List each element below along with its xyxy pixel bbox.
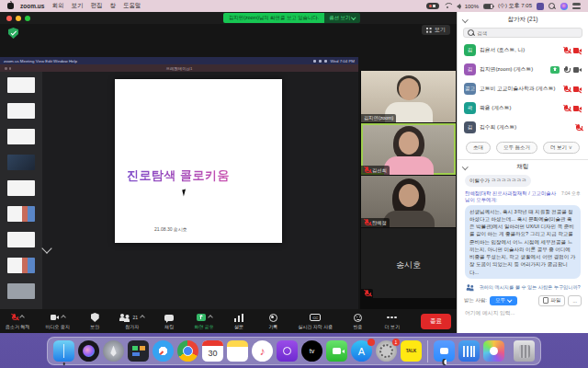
notification-badge (368, 339, 375, 346)
photos-dock-icon[interactable] (483, 340, 504, 362)
toolbar-label: 기록 (268, 324, 277, 329)
menubar-menu-0[interactable]: 회의 (51, 2, 63, 8)
menubar-menu-3[interactable]: 창 (109, 2, 116, 8)
trash-dock-icon[interactable] (514, 340, 535, 362)
chevron-up-icon[interactable] (61, 315, 66, 320)
toolbar-chat-button[interactable]: 채팅 (160, 313, 178, 329)
notes-dock-icon[interactable] (227, 340, 248, 362)
chevron-up-icon[interactable] (140, 315, 145, 320)
participants-search-input[interactable] (477, 30, 578, 36)
participants-header: 참가자 (21) (458, 12, 588, 27)
toolbar-shield-button[interactable]: 보안 (85, 313, 104, 329)
participants-count: 21 (132, 315, 138, 320)
settings-dock-icon[interactable]: 1 (376, 340, 397, 362)
window-traffic-lights[interactable] (6, 16, 30, 21)
toolbar-more-button[interactable]: 더 보기 (383, 313, 401, 329)
participants-action-1[interactable]: 모두 음소거 (496, 142, 537, 154)
zoom-dock-icon[interactable] (434, 340, 455, 362)
video-tile-송시호[interactable]: 송시호 (361, 228, 456, 298)
toolbar-mic-off-button[interactable]: 음소거 해제 (6, 313, 29, 329)
notification-badge: 1 (392, 339, 400, 346)
slide-thumbnail-8[interactable] (7, 258, 35, 273)
spotlight-search-icon[interactable] (548, 3, 556, 10)
toolbar-record-button[interactable]: 기록 (264, 313, 282, 329)
chat-message-time: 7:04 오후 (561, 190, 581, 197)
toolbar-icon-row (51, 313, 65, 322)
apple-menu-icon[interactable] (7, 3, 14, 9)
chrome-dock-icon[interactable] (177, 340, 198, 362)
control-center-icon[interactable] (572, 3, 581, 9)
slide-thumbnail-9[interactable] (7, 283, 35, 299)
toolbar-polls-button[interactable]: 설문 (230, 313, 248, 329)
stop-share-pill-icon[interactable] (426, 3, 439, 9)
participants-action-2[interactable]: 더 보기 ∨ (543, 142, 580, 154)
participant-row[interactable]: 곽곽용 (게스트) (458, 98, 588, 118)
menubar-menu-2[interactable]: 편집 (90, 2, 102, 8)
slide-thumbnail-2[interactable] (7, 103, 35, 119)
slide-thumbnail-6[interactable] (7, 206, 35, 222)
chat-icon (164, 315, 174, 321)
calendar-dock-icon[interactable]: 30 (202, 340, 223, 362)
slide-thumbnail-1[interactable] (7, 77, 35, 93)
slide-thumbnail-5[interactable] (7, 180, 35, 196)
toolbar-reactions-button[interactable]: 반응 (348, 313, 367, 329)
siri-dock-icon[interactable] (78, 340, 99, 362)
macos-menubar: zoom.us 회의보기편집창도움말 100% (수) 오후 7:05 (0, 0, 588, 12)
menubar-clock[interactable]: (수) 오후 7:05 (498, 2, 532, 10)
participant-row[interactable]: 김김수희 (게스트) (458, 118, 588, 137)
participant-row[interactable]: 공고고트비 고교미술사학과 (게스트) (458, 79, 588, 98)
menubar-menu-4[interactable]: 도움말 (123, 2, 141, 8)
toolbar-share-screen-button[interactable]: 화면 공유 (194, 313, 213, 329)
view-layout-button[interactable]: 보기 (422, 25, 450, 35)
video-tile-김지연(zoom)[interactable]: 김지연(zoom) (361, 71, 456, 122)
music-dock-icon[interactable]: ♪ (252, 340, 273, 362)
chevron-up-icon[interactable] (208, 315, 213, 320)
participant-row[interactable]: 김김윤서 (호스트, 나) (458, 40, 588, 60)
chevron-up-icon[interactable] (19, 315, 25, 320)
view-options-button[interactable]: 옵션 보기 (324, 13, 360, 23)
siri-icon[interactable] (560, 3, 568, 10)
mission-control-dock-icon[interactable] (128, 340, 149, 362)
recipient-dropdown[interactable]: 모두 (490, 296, 517, 305)
menubar-menu-1[interactable]: 보기 (71, 2, 83, 8)
toolbar-label: 음소거 해제 (6, 324, 29, 329)
toolbar-video-button[interactable]: 비디오 중지 (46, 313, 70, 329)
toolbar-icon-row (387, 313, 397, 322)
chat-more-button[interactable]: ... (568, 295, 582, 306)
participants-action-0[interactable]: 초대 (466, 142, 491, 154)
toolbar-participants-button[interactable]: 21참가자 (119, 313, 144, 329)
launchpad-dock-icon[interactable] (103, 340, 124, 362)
video-tile-한혜정[interactable]: 한혜정 (361, 176, 456, 227)
books-dock-icon[interactable] (458, 340, 480, 362)
apple-tv-dock-icon[interactable]: tv (301, 340, 322, 362)
volume-icon[interactable] (457, 4, 460, 9)
battery-icon (483, 4, 493, 9)
podcasts-dock-icon[interactable] (277, 340, 298, 362)
video-tile-김선희[interactable]: 김선희 (361, 123, 456, 175)
toolbar-icon-row: 21 (119, 313, 144, 322)
app-shortcut-icon[interactable] (537, 3, 544, 10)
facetime-dock-icon[interactable] (326, 340, 347, 362)
wifi-icon[interactable] (444, 3, 452, 9)
video-name-tag: 한혜정 (361, 218, 390, 227)
chat-message-meta: 7:04 오후 한혜정[대학 진로사과정재혁 / 고교미술사 님이 모두에게: (465, 190, 581, 204)
meeting-info-shield-icon[interactable] (8, 28, 18, 39)
slide-thumbnail-3[interactable] (7, 129, 35, 144)
participants-search[interactable] (463, 28, 582, 38)
kakaotalk-dock-icon[interactable]: TALK (401, 340, 422, 362)
finder-dock-icon[interactable] (53, 340, 74, 362)
slide-thumbnail-4[interactable] (7, 155, 35, 170)
participants-list: 김김윤서 (호스트, 나)김김지연(zoom) (게스트)공고고트비 고교미술사… (458, 40, 588, 137)
participant-row[interactable]: 김김지연(zoom) (게스트) (458, 60, 588, 79)
slide-thumbnail-7[interactable] (7, 232, 35, 247)
attach-file-button[interactable]: 파일 (538, 295, 565, 306)
toolbar-cc-button[interactable]: 실시간 자막 사용 (298, 313, 333, 329)
menubar-app-name[interactable]: zoom.us (20, 3, 44, 9)
chat-privacy-note[interactable]: 귀하의 메시지를 볼 수 있는 사람은 누구입니까? (461, 283, 584, 292)
app-store-dock-icon[interactable]: A (351, 340, 372, 362)
video-name-centered: 송시호 (361, 259, 456, 271)
chat-input[interactable] (465, 310, 581, 316)
safari-dock-icon[interactable] (153, 340, 174, 362)
slide-thumbnail-panel[interactable] (0, 72, 42, 309)
leave-meeting-button[interactable]: 종료 (421, 314, 451, 329)
